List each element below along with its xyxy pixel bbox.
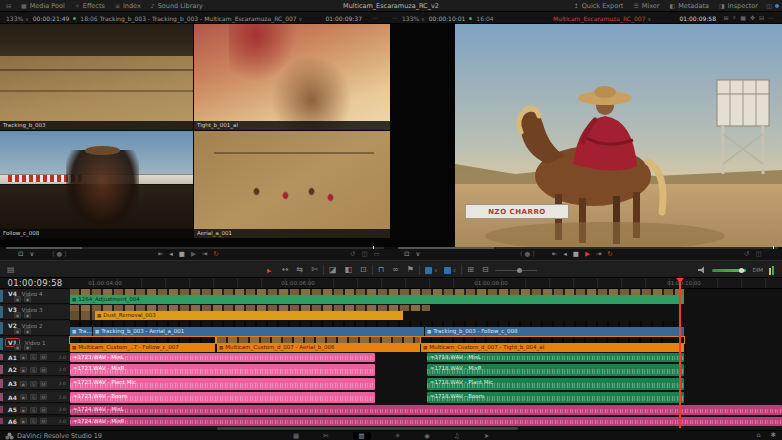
timeline-zoom-select[interactable]: 133% ∨ [402, 15, 425, 22]
track-header-v4[interactable]: V4Video 4 ▪▪ [0, 289, 70, 304]
solo-button[interactable]: S [30, 394, 37, 400]
go-to-start-button[interactable]: ⇤ [158, 251, 163, 258]
project-settings-gear-icon[interactable]: ✱ [771, 432, 776, 439]
track-lock-button[interactable]: ▪ [20, 367, 27, 373]
audio-clip[interactable]: ≈1718.WAV - Plant Mic [427, 378, 684, 390]
track-header-a6[interactable]: A6 ▪ S M 2.0 [0, 417, 70, 426]
track-enable-button[interactable]: ▪ [14, 312, 21, 318]
loop-button[interactable]: ↻ [213, 251, 218, 258]
track-header-v2[interactable]: V2Video 2 ▪▪ [0, 321, 70, 336]
track-header-a4[interactable]: A4 ▪ S M 2.0 [0, 392, 70, 403]
mark-out-icon[interactable]: ▭ [374, 251, 380, 258]
audio-clip[interactable]: ≈1718.WAV - MixL [427, 353, 684, 362]
track-lock-button[interactable]: ▪ [20, 354, 27, 360]
track-header-v3[interactable]: V3Video 3 ▪▪ [0, 305, 70, 320]
timeline-clip-selected[interactable]: ▦Multicam_Custom_d_007 - Tight_b_004_al [421, 343, 684, 352]
track-enable-button[interactable]: ▪ [14, 344, 21, 350]
timeline-options-icon[interactable]: ▤ [7, 266, 15, 274]
dynamic-trim-icon[interactable]: ⇆ [297, 266, 304, 274]
metadata-button[interactable]: ◧Metadata [670, 2, 709, 10]
inspector-button[interactable]: ◨Inspector [719, 2, 758, 10]
mute-button[interactable]: M [40, 367, 47, 373]
multicam-view-icon[interactable]: ⊞ [724, 15, 729, 21]
track-enable-button[interactable]: ▪ [14, 296, 21, 302]
track-lock-button[interactable]: ▪ [20, 418, 27, 424]
playhead[interactable] [679, 278, 681, 428]
source-zoom-select[interactable]: 133% ∨ [6, 15, 29, 22]
overwrite-clip-icon[interactable]: ◧ [345, 266, 353, 274]
jog-control[interactable]: ⟨ ● ⟩ [52, 251, 67, 258]
loop-button[interactable]: ↻ [607, 251, 612, 258]
timeline-clip[interactable]: ▦Dust_Removal_003 [95, 311, 403, 320]
track-header-v1[interactable]: V1Video 1 ▪▪ [0, 337, 70, 352]
go-to-end-button[interactable]: ⇥ [202, 251, 207, 258]
panel-toggle-button[interactable]: ⊟ [6, 3, 11, 9]
match-frame-icon[interactable]: ↺ [350, 251, 355, 258]
stop-button[interactable]: ■ [573, 251, 579, 258]
timeline-clip-selected[interactable]: ▦Multicam_Custom_..7 - Follow_c_007 [70, 343, 215, 352]
go-to-end-button[interactable]: ⇥ [596, 251, 601, 258]
marker-color-swatch[interactable] [425, 267, 432, 274]
step-back-button[interactable]: ◂ [563, 251, 566, 258]
audio-clip[interactable]: ≈1724.WAV - MixL [70, 405, 782, 415]
mute-button[interactable]: M [40, 394, 47, 400]
timeline-clip[interactable]: ▦Tracking_b_003 - Aerial_a_001 [93, 327, 424, 336]
flag-icon[interactable]: ⚑ [407, 266, 414, 274]
match-frame-icon[interactable]: ↺ [744, 251, 749, 258]
viewer-menu-icon[interactable]: ⋯ [768, 15, 774, 21]
gallery-icon[interactable]: ▦ [740, 15, 746, 21]
timeline-viewer-options-icon[interactable]: ⋯ [392, 15, 398, 21]
track-lock-button[interactable]: ▪ [24, 296, 31, 302]
insert-clip-icon[interactable]: ◪ [329, 266, 337, 274]
mixer-button[interactable]: ☰Mixer [633, 2, 659, 10]
page-deliver[interactable]: ➤ [484, 432, 489, 440]
timeline-view-full-icon[interactable]: ⊞ [467, 266, 474, 274]
stop-button[interactable]: ■ [179, 251, 185, 258]
audio-clip[interactable]: ≈1723.WAV - MixL [70, 353, 375, 362]
track-header-a1[interactable]: A1 ▪ S M 2.0 [0, 353, 70, 362]
media-pool-button[interactable]: ▦Media Pool [21, 2, 65, 10]
timeline-lanes[interactable]: ▦1264_Adjustment_004 ▦Dust_Removal_003 ▦… [70, 289, 782, 405]
track-lock-button[interactable]: ▪ [24, 312, 31, 318]
mute-button[interactable]: M [40, 354, 47, 360]
timeline-clip[interactable]: ▦Tracking_b_003 - Follow_c_008 [425, 327, 684, 336]
replace-clip-icon[interactable]: ⊡ [360, 266, 367, 274]
timeline-clip-title[interactable]: Multicam_Escaramuza_RC_007 ∨ [522, 15, 682, 22]
mute-button[interactable]: M [40, 407, 47, 413]
project-manager-icon[interactable]: ⌂ [756, 432, 760, 439]
timeline-viewer[interactable]: NZO CHARRO [455, 24, 782, 247]
layout-toggle-icon[interactable]: ◫ [766, 3, 772, 9]
monitor-volume-slider[interactable] [712, 269, 746, 272]
timeline-clip-selected[interactable]: ▦Multicam_Custom_d_007 - Aerial_b_006 [217, 343, 420, 352]
track-lock-button[interactable]: ▪ [20, 381, 27, 387]
collapse-icon[interactable]: ⊟ [759, 15, 764, 21]
solo-button[interactable]: S [30, 354, 37, 360]
quick-export-button[interactable]: ↥Quick Export [574, 2, 624, 10]
effects-button[interactable]: ✧Effects [75, 2, 105, 10]
speaker-icon[interactable] [698, 266, 706, 274]
link-clips-icon[interactable]: ∞ [392, 266, 399, 274]
audio-clip[interactable]: ≈1724.WAV - MixR [70, 417, 782, 426]
jog-control[interactable]: ⟨ ● ⟩ [520, 251, 535, 258]
multicam-cell-tracking[interactable]: Tracking_b_003 [0, 24, 193, 130]
audio-clip[interactable]: ≈1718.WAV - Boom [427, 392, 684, 403]
solo-button[interactable]: S [30, 418, 37, 424]
timeline-clip[interactable]: ▦Tra..._al [70, 327, 92, 336]
mute-button[interactable]: M [40, 418, 47, 424]
page-fairlight[interactable]: ♫ [454, 432, 460, 440]
blade-tool-icon[interactable]: ✄ [311, 266, 318, 274]
snapping-magnet-icon[interactable]: ⊓ [378, 266, 384, 274]
mark-in-icon[interactable]: ◫ [361, 251, 367, 258]
track-enable-button[interactable]: ▪ [14, 328, 21, 334]
play-button[interactable]: ▶ [585, 251, 590, 258]
source-options-icon[interactable]: ⋯ [372, 15, 378, 21]
solo-button[interactable]: S [30, 381, 37, 387]
audio-clip[interactable]: ≈1723.WAV - Boom [70, 392, 375, 403]
selection-tool-icon[interactable]: ➤ [265, 266, 274, 274]
multicam-cell-follow[interactable]: Follow_c_008 [0, 131, 193, 238]
source-clip-title[interactable]: Tracking_b_003 - Tracking_b_003 - Multic… [76, 15, 326, 22]
timeline-zoom-slider[interactable] [495, 270, 537, 271]
sound-library-button[interactable]: ♪Sound Library [151, 2, 203, 10]
timeline-clip[interactable] [70, 311, 95, 320]
index-button[interactable]: ≡Index [115, 2, 141, 10]
